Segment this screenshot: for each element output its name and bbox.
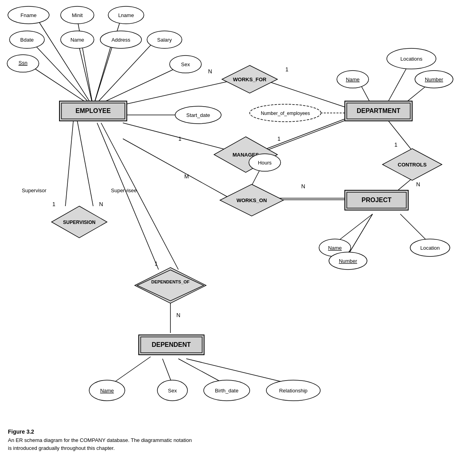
controls-label: CONTROLS — [398, 162, 427, 168]
svg-line-3 — [30, 40, 93, 107]
svg-line-26 — [349, 214, 373, 254]
works-for-1: 1 — [285, 66, 289, 73]
svg-line-10 — [262, 79, 345, 107]
controls-n: N — [416, 181, 420, 187]
dependents-of-1: 1 — [155, 260, 158, 267]
proj-number-attr: Number — [339, 258, 357, 264]
start-date-attr: Start_date — [186, 112, 210, 118]
caption-line1: An ER schema diagram for the COMPANY dat… — [8, 437, 192, 443]
caption-text: An ER schema diagram for the COMPANY dat… — [8, 436, 246, 452]
birth-date-attr: Birth_date — [215, 388, 238, 394]
dependents-of-n: N — [176, 312, 180, 318]
svg-marker-50 — [135, 268, 206, 303]
ssn-attr: Ssn — [19, 60, 27, 66]
relationship-attr: Relationship — [279, 388, 308, 394]
supervisee-label: Supervisee — [111, 187, 137, 193]
svg-line-28 — [77, 121, 93, 206]
works-on-n: N — [301, 183, 305, 189]
bdate-attr: Bdate — [20, 37, 34, 43]
supervision-label: SUPERVISION — [63, 220, 96, 225]
works-for-n: N — [208, 68, 212, 75]
svg-line-9 — [113, 79, 238, 107]
dept-number-attr: Number — [425, 76, 444, 82]
svg-line-23 — [388, 121, 412, 151]
num-employees-attr: Number_of_employees — [261, 111, 310, 116]
hours-attr: Hours — [258, 160, 272, 166]
dependent-label: DEPENDENT — [152, 341, 191, 348]
name-emp-attr: Name — [71, 37, 84, 43]
manages-1-emp: 1 — [178, 136, 182, 142]
caption-title: Figure 3.2 — [8, 428, 246, 435]
caption-line2: is introduced gradually throughout this … — [8, 445, 115, 451]
manages-1-dept: 1 — [277, 136, 281, 142]
works-for-label: WORKS_FOR — [233, 76, 267, 82]
department-label: DEPARTMENT — [357, 107, 400, 114]
svg-line-33 — [111, 357, 151, 384]
lname-attr: Lname — [118, 12, 134, 18]
works-on-label: WORKS_ON — [237, 197, 267, 203]
salary-attr: Salary — [157, 37, 172, 43]
svg-line-25 — [337, 214, 373, 242]
svg-line-8 — [93, 63, 186, 107]
controls-1: 1 — [394, 142, 398, 148]
dep-sex-attr: Sex — [168, 388, 177, 394]
er-diagram-container: EMPLOYEE DEPARTMENT PROJECT DEPENDENT WO… — [0, 0, 476, 436]
location-attr: Location — [420, 245, 440, 251]
svg-line-31 — [101, 123, 178, 270]
supervisor-label: Supervisor — [22, 187, 47, 193]
address-attr: Address — [111, 37, 130, 43]
project-label: PROJECT — [361, 197, 392, 203]
svg-line-17 — [263, 120, 346, 152]
svg-line-29 — [65, 121, 73, 206]
employee-label: EMPLOYEE — [76, 107, 111, 114]
dept-name-attr: Name — [346, 76, 360, 82]
dependents-of-label: DEPENDENTS_OF — [151, 279, 190, 284]
supervision-n: N — [99, 201, 103, 207]
figure-caption: Figure 3.2 An ER schema diagram for the … — [8, 428, 246, 452]
fname-attr: Fname — [21, 12, 36, 18]
svg-line-6 — [93, 39, 157, 107]
svg-line-15 — [123, 123, 230, 151]
sex-emp-attr: Sex — [181, 61, 190, 67]
svg-line-27 — [400, 214, 428, 242]
svg-line-30 — [97, 123, 159, 270]
svg-line-4 — [77, 39, 93, 107]
dep-name-attr: Name — [100, 388, 114, 394]
locations-attr: Locations — [400, 56, 422, 62]
minit-attr: Minit — [72, 12, 83, 18]
proj-name-attr: Name — [328, 245, 342, 251]
supervision-1: 1 — [52, 201, 55, 207]
works-on-m: M — [184, 173, 189, 180]
svg-line-16 — [262, 119, 345, 151]
svg-line-19 — [123, 139, 230, 198]
